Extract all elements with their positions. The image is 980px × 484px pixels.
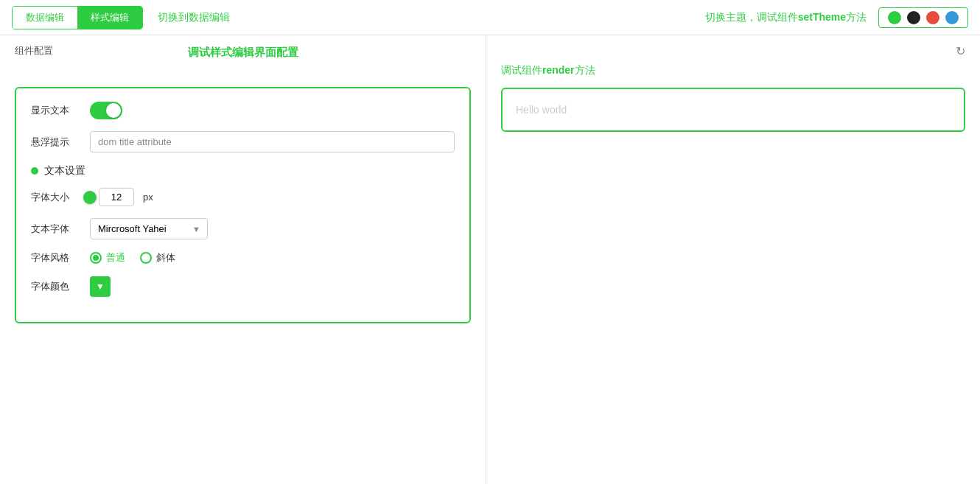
main-layout: 组件配置 调试样式编辑界面配置 显示文本 悬浮提示 文本设置 — [0, 35, 980, 484]
font-style-row: 字体风格 普通 斜体 — [31, 251, 455, 264]
refresh-icon[interactable]: ↻ — [956, 44, 965, 58]
hello-world-text: Hello world — [516, 104, 567, 116]
font-family-label: 文本字体 — [31, 222, 90, 236]
font-family-row: 文本字体 Mircrosoft Yahei ▼ — [31, 218, 455, 239]
right-section-title: 调试组件render方法 — [501, 64, 965, 77]
section-dot — [31, 167, 38, 175]
hover-hint-row: 悬浮提示 — [31, 131, 455, 152]
hover-input[interactable] — [90, 131, 455, 152]
font-style-label: 字体风格 — [31, 251, 90, 264]
font-size-row: 字体大小 px — [31, 188, 455, 206]
theme-dot-green[interactable] — [888, 11, 901, 24]
font-size-label: 字体大小 — [31, 191, 90, 204]
slider-thumb[interactable] — [83, 191, 97, 204]
theme-dot-red[interactable] — [926, 11, 939, 24]
theme-dot-group — [878, 7, 968, 28]
font-color-picker[interactable]: ▼ — [90, 276, 111, 297]
show-text-row: 显示文本 — [31, 102, 455, 119]
hello-world-box: Hello world — [501, 88, 965, 132]
hover-label: 悬浮提示 — [31, 136, 90, 149]
radio-normal-circle — [90, 252, 102, 264]
theme-dot-blue[interactable] — [945, 11, 959, 24]
radio-normal[interactable]: 普通 — [90, 251, 125, 264]
radio-normal-label: 普通 — [106, 251, 125, 264]
tab-data-edit[interactable]: 数据编辑 — [13, 7, 77, 29]
top-bar-right: 切换主题，调试组件setTheme方法 — [705, 7, 968, 28]
config-box: 显示文本 悬浮提示 文本设置 字体大小 — [15, 87, 471, 323]
tab-group: 数据编辑 样式编辑 — [12, 6, 143, 29]
font-color-row: 字体颜色 ▼ — [31, 276, 455, 297]
font-family-select-wrapper: Mircrosoft Yahei ▼ — [90, 218, 208, 239]
show-text-label: 显示文本 — [31, 104, 90, 117]
switch-to-data-label: 切换到数据编辑 — [158, 11, 230, 24]
theme-dot-black[interactable] — [907, 11, 920, 24]
font-family-select[interactable]: Mircrosoft Yahei — [90, 218, 208, 239]
font-size-unit: px — [143, 192, 153, 203]
radio-italic-label: 斜体 — [156, 251, 175, 264]
right-header: ↻ — [501, 44, 965, 58]
chevron-down-icon: ▼ — [96, 281, 105, 292]
show-text-toggle[interactable] — [90, 102, 122, 119]
right-panel: ↻ 调试组件render方法 Hello world — [486, 35, 980, 484]
panel-label: 组件配置 — [15, 45, 53, 56]
radio-italic[interactable]: 斜体 — [140, 251, 175, 264]
center-title: 调试样式编辑界面配置 — [188, 46, 298, 60]
font-style-radio-group: 普通 斜体 — [90, 251, 175, 264]
font-size-input[interactable] — [99, 188, 134, 206]
slider-row: px — [90, 188, 153, 206]
left-panel: 组件配置 调试样式编辑界面配置 显示文本 悬浮提示 文本设置 — [0, 35, 486, 484]
font-color-label: 字体颜色 — [31, 280, 90, 293]
top-bar: 数据编辑 样式编辑 切换到数据编辑 切换主题，调试组件setTheme方法 — [0, 0, 980, 35]
text-settings-header: 文本设置 — [31, 164, 455, 178]
radio-italic-circle — [140, 252, 152, 264]
tab-style-edit[interactable]: 样式编辑 — [77, 7, 142, 29]
text-settings-label: 文本设置 — [44, 164, 85, 178]
theme-label: 切换主题，调试组件setTheme方法 — [705, 11, 867, 24]
